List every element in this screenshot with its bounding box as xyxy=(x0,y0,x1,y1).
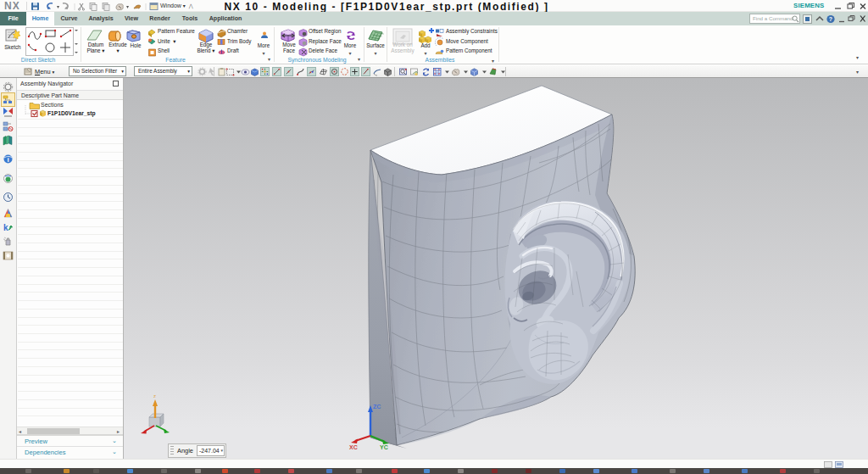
svg-text:YC: YC xyxy=(380,444,388,450)
svg-text:k: k xyxy=(3,223,8,232)
svg-text:ZC: ZC xyxy=(373,404,381,410)
svg-text:i: i xyxy=(7,156,8,164)
svg-text:z: z xyxy=(153,393,156,399)
svg-text:XC: XC xyxy=(349,444,358,450)
svg-text:?: ? xyxy=(829,16,832,22)
